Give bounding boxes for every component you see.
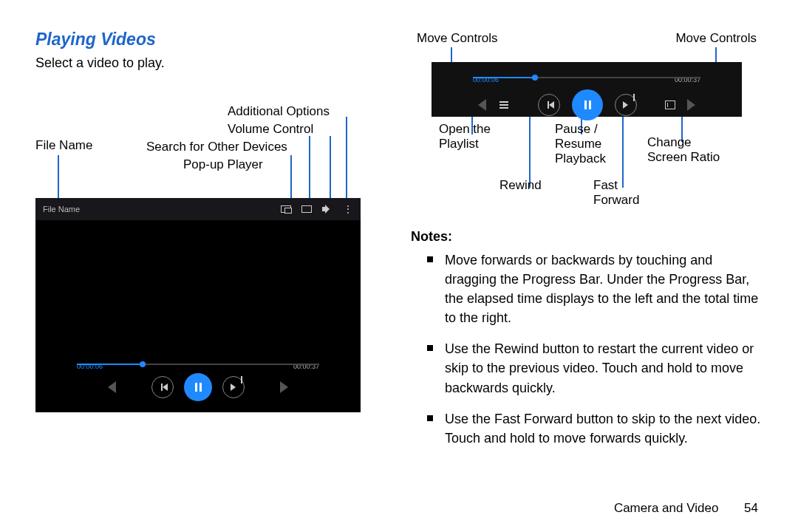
page-footer: Camera and Video 54: [614, 501, 758, 516]
label-move-controls-left: Move Controls: [417, 31, 498, 46]
pause-play-button[interactable]: [184, 373, 212, 401]
label-search-devices: Search for Other Devices: [146, 139, 287, 154]
move-controls-left-icon-small[interactable]: [478, 99, 486, 111]
label-fast-forward-1: Fast: [593, 177, 618, 194]
label-open-playlist-2: Playlist: [439, 136, 479, 152]
svg-rect-3: [330, 136, 331, 198]
label-pause-3: Playback: [555, 151, 606, 167]
video-player-large: File Name ⋮ 00:00:06 00:00:37: [35, 198, 361, 412]
label-rewind: Rewind: [499, 177, 542, 194]
callouts-left: Additional Options Volume Control File N…: [35, 95, 390, 164]
footer-page-number: 54: [744, 501, 758, 516]
list-item: Move forwards or backwards by touching a…: [411, 250, 763, 327]
volume-icon[interactable]: [322, 205, 332, 214]
label-additional-options: Additional Options: [228, 103, 330, 119]
fast-forward-button[interactable]: [222, 376, 245, 398]
lead-text: Select a video to play.: [35, 55, 390, 71]
label-fast-forward-2: Forward: [593, 192, 639, 208]
label-volume-control: Volume Control: [228, 121, 313, 137]
rewind-button-small[interactable]: [538, 94, 560, 116]
move-controls-right-icon[interactable]: [280, 381, 288, 393]
label-open-playlist-1: Open the: [439, 121, 491, 137]
label-file-name: File Name: [35, 137, 92, 153]
player-file-name: File Name: [43, 205, 80, 214]
svg-rect-0: [58, 155, 59, 198]
notes-list: Move forwards or backwards by touching a…: [411, 250, 763, 448]
progress-bar-small[interactable]: 00:00:06 00:00:37: [473, 72, 700, 83]
popup-player-icon[interactable]: [281, 205, 291, 213]
svg-rect-4: [346, 117, 347, 198]
page-heading: Playing Videos: [35, 30, 390, 50]
player-title-bar: File Name ⋮: [35, 198, 361, 220]
svg-rect-2: [309, 136, 310, 198]
fast-forward-button-small[interactable]: [615, 94, 637, 116]
screen-ratio-icon[interactable]: [665, 100, 675, 109]
notes-heading: Notes:: [411, 229, 763, 245]
rewind-button[interactable]: [151, 376, 174, 398]
callouts-small-player: Open the Playlist Pause / Resume Playbac…: [411, 121, 763, 225]
label-change-ratio-1: Change: [647, 134, 692, 151]
pause-play-button-small[interactable]: [572, 89, 603, 120]
label-pause-1: Pause /: [555, 121, 598, 137]
label-pause-2: Resume: [555, 136, 601, 152]
list-item: Use the Fast Forward button to skip to t…: [411, 409, 763, 448]
list-item: Use the Rewind button to restart the cur…: [411, 339, 763, 397]
svg-rect-1: [290, 155, 292, 198]
label-move-controls-right: Move Controls: [675, 31, 757, 46]
move-controls-left-icon[interactable]: [108, 381, 116, 393]
search-devices-icon[interactable]: [301, 205, 312, 213]
label-change-ratio-2: Screen Ratio: [647, 149, 720, 166]
progress-bar[interactable]: 00:00:06 00:00:37: [77, 359, 319, 369]
video-player-small: 00:00:06 00:00:37: [432, 62, 742, 117]
more-options-icon[interactable]: ⋮: [343, 204, 353, 214]
move-controls-right-icon-small[interactable]: [687, 99, 695, 111]
footer-section: Camera and Video: [614, 501, 718, 515]
playlist-icon[interactable]: [498, 101, 510, 109]
label-popup-player: Pop-up Player: [183, 157, 263, 172]
